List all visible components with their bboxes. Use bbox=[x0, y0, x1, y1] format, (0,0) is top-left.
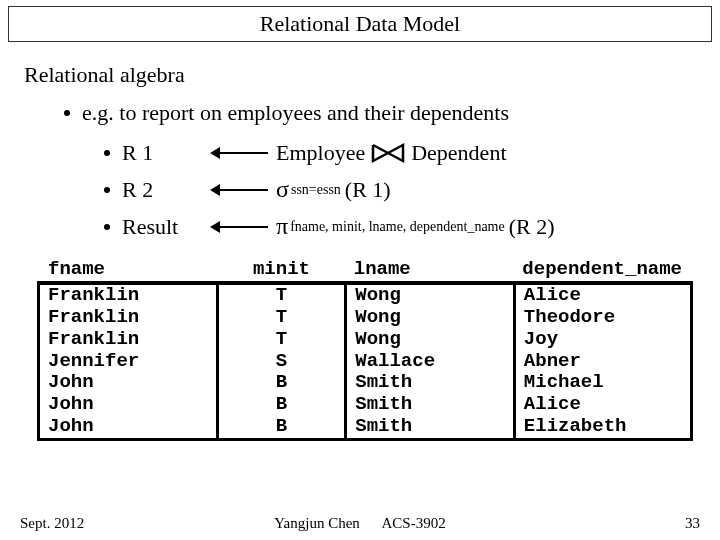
left-arrow-icon bbox=[210, 147, 268, 159]
line-result: Result π fname, minit, lname, dependent_… bbox=[104, 213, 696, 240]
result-subscript: fname, minit, lname, dependent_name bbox=[290, 219, 505, 235]
cell-lname: Wong bbox=[346, 307, 515, 329]
th-dep: dependent_name bbox=[514, 256, 690, 284]
cell-minit: T bbox=[217, 329, 346, 351]
table-header-row: fname minit lname dependent_name bbox=[40, 256, 690, 284]
cell-dep: Michael bbox=[514, 372, 690, 394]
table-row: JenniferSWallaceAbner bbox=[40, 351, 690, 373]
bullet-icon bbox=[64, 110, 70, 116]
cell-lname: Smith bbox=[346, 372, 515, 394]
footer-page: 33 bbox=[488, 515, 701, 532]
cell-dep: Elizabeth bbox=[514, 416, 690, 438]
cell-dep: Alice bbox=[514, 394, 690, 416]
cell-fname: John bbox=[40, 394, 217, 416]
bullet-icon bbox=[104, 187, 110, 193]
cell-minit: T bbox=[217, 284, 346, 307]
footer: Sept. 2012 Yangjun Chen ACS-3902 33 bbox=[0, 515, 720, 532]
cell-dep: Alice bbox=[514, 284, 690, 307]
cell-fname: John bbox=[40, 416, 217, 438]
page-header: Relational Data Model bbox=[8, 6, 712, 42]
cell-fname: Franklin bbox=[40, 307, 217, 329]
section-title: Relational algebra bbox=[24, 62, 696, 88]
cell-fname: John bbox=[40, 372, 217, 394]
cell-minit: S bbox=[217, 351, 346, 373]
cell-fname: Jennifer bbox=[40, 351, 217, 373]
sigma-symbol: σ bbox=[276, 176, 289, 203]
line-r1: R 1 Employee Dependent bbox=[104, 140, 696, 166]
pi-symbol: π bbox=[276, 213, 288, 240]
cell-lname: Smith bbox=[346, 394, 515, 416]
th-fname: fname bbox=[40, 256, 217, 284]
natural-join-icon bbox=[371, 142, 405, 164]
footer-center: Yangjun Chen ACS-3902 bbox=[233, 515, 488, 532]
r1-right: Dependent bbox=[411, 140, 506, 166]
cell-lname: Wong bbox=[346, 329, 515, 351]
cell-fname: Franklin bbox=[40, 329, 217, 351]
left-arrow-icon bbox=[210, 221, 268, 233]
r2-arg: (R 1) bbox=[345, 177, 391, 203]
slide-content: Relational algebra e.g. to report on emp… bbox=[0, 42, 720, 438]
footer-course: ACS-3902 bbox=[382, 515, 446, 531]
r2-label: R 2 bbox=[122, 177, 202, 203]
bullet-icon bbox=[104, 150, 110, 156]
cell-dep: Theodore bbox=[514, 307, 690, 329]
cell-lname: Smith bbox=[346, 416, 515, 438]
table-row: FranklinTWongTheodore bbox=[40, 307, 690, 329]
r1-left: Employee bbox=[276, 140, 365, 166]
cell-minit: T bbox=[217, 307, 346, 329]
bullet-icon bbox=[104, 224, 110, 230]
table-row: JohnBSmithMichael bbox=[40, 372, 690, 394]
main-bullet: e.g. to report on employees and their de… bbox=[64, 100, 696, 126]
cell-lname: Wallace bbox=[346, 351, 515, 373]
footer-author: Yangjun Chen bbox=[274, 515, 360, 531]
header-title: Relational Data Model bbox=[260, 11, 460, 36]
result-table: fname minit lname dependent_name Frankli… bbox=[40, 256, 690, 438]
table-row: JohnBSmithElizabeth bbox=[40, 416, 690, 438]
table-row: JohnBSmithAlice bbox=[40, 394, 690, 416]
line-r2: R 2 σ ssn=essn (R 1) bbox=[104, 176, 696, 203]
result-arg: (R 2) bbox=[509, 214, 555, 240]
r1-label: R 1 bbox=[122, 140, 202, 166]
cell-dep: Joy bbox=[514, 329, 690, 351]
cell-dep: Abner bbox=[514, 351, 690, 373]
table-row: FranklinTWongJoy bbox=[40, 329, 690, 351]
cell-minit: B bbox=[217, 394, 346, 416]
cell-minit: B bbox=[217, 416, 346, 438]
th-minit: minit bbox=[217, 256, 346, 284]
left-arrow-icon bbox=[210, 184, 268, 196]
r2-subscript: ssn=essn bbox=[291, 182, 341, 198]
result-label: Result bbox=[122, 214, 202, 240]
cell-minit: B bbox=[217, 372, 346, 394]
footer-date: Sept. 2012 bbox=[20, 515, 233, 532]
cell-fname: Franklin bbox=[40, 284, 217, 307]
main-bullet-text: e.g. to report on employees and their de… bbox=[82, 100, 509, 126]
table-row: FranklinTWongAlice bbox=[40, 284, 690, 307]
th-lname: lname bbox=[346, 256, 515, 284]
cell-lname: Wong bbox=[346, 284, 515, 307]
